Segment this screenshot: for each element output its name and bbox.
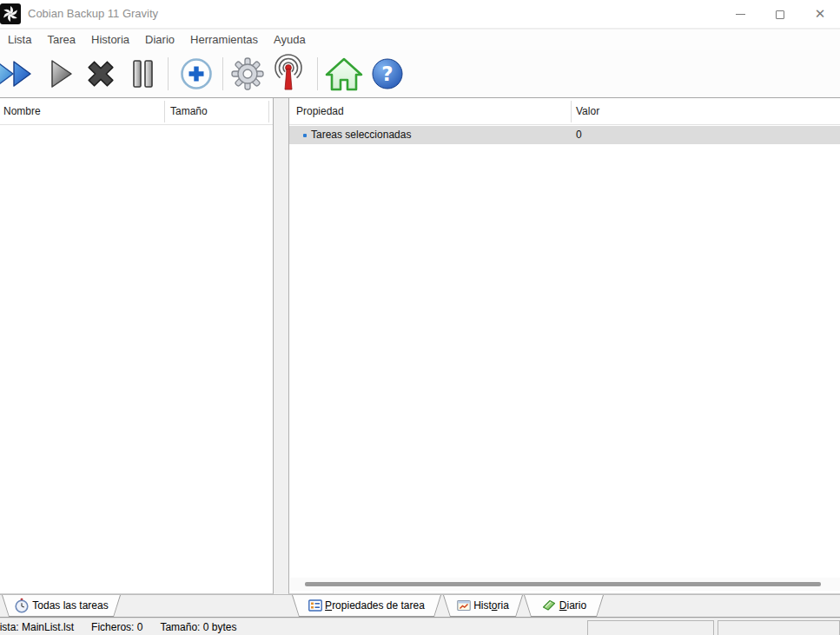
column-header-valor[interactable]: Valor [576, 98, 599, 125]
toolbar-separator [222, 57, 223, 90]
menu-tarea[interactable]: Tarea [39, 30, 83, 50]
help-icon: ? [367, 55, 407, 93]
menu-diario[interactable]: Diario [137, 30, 182, 50]
run-all-icon [0, 56, 35, 91]
horizontal-scrollbar[interactable] [290, 578, 840, 591]
status-panel [587, 620, 714, 635]
svg-text:?: ? [381, 63, 393, 85]
help-button[interactable]: ? [367, 50, 407, 97]
main-content: Nombre Tamaño Propiedad Valor Tareas sel… [0, 98, 840, 594]
remote-control-button[interactable] [266, 50, 311, 97]
bullet-icon [303, 134, 307, 137]
options-gear-icon [228, 55, 268, 93]
toolbar-separator [317, 57, 318, 90]
menu-lista[interactable]: Lista [0, 30, 39, 50]
remote-antenna-icon [266, 53, 311, 95]
history-icon [457, 599, 471, 612]
menu-herramientas[interactable]: Herramientas [182, 30, 266, 50]
scrollbar-thumb[interactable] [305, 582, 821, 586]
property-name: Tareas seleccionadas [311, 126, 411, 144]
task-list-panel: Nombre Tamaño [0, 98, 274, 594]
new-task-icon [176, 55, 216, 93]
tab-label: Diario [559, 599, 586, 612]
properties-icon [308, 599, 322, 612]
run-task-button[interactable] [42, 50, 78, 97]
toolbar: ? [0, 50, 840, 98]
task-list-header: Nombre Tamaño [0, 98, 273, 125]
toolbar-separator [168, 57, 169, 90]
options-button[interactable] [228, 50, 268, 97]
property-value: 0 [576, 126, 582, 144]
app-logo-icon [0, 3, 21, 24]
tab-todas-las-tareas[interactable]: Todas las tareas [2, 595, 121, 617]
tab-diario[interactable]: Diario [524, 595, 604, 617]
menu-bar: Lista Tarea Historia Diario Herramientas… [0, 30, 840, 50]
title-bar: Cobian Backup 11 Gravity ✕ [0, 0, 840, 29]
menu-ayuda[interactable]: Ayuda [266, 30, 314, 50]
minimize-icon [736, 14, 745, 15]
tab-historia[interactable]: Historia [443, 595, 523, 617]
column-header-nombre[interactable]: Nombre [3, 98, 41, 125]
property-row[interactable]: Tareas seleccionadas 0 [289, 126, 840, 144]
column-header-tamano[interactable]: Tamaño [170, 98, 208, 125]
column-header-propiedad[interactable]: Propiedad [296, 98, 344, 125]
column-separator[interactable] [571, 101, 572, 122]
tab-label: Propiedades de tarea [325, 599, 425, 612]
tab-label: Todas las tareas [32, 599, 108, 612]
run-all-tasks-button[interactable] [0, 50, 35, 97]
column-separator[interactable] [164, 101, 165, 122]
cancel-button[interactable] [82, 50, 120, 97]
close-icon: ✕ [815, 8, 826, 21]
clock-icon [14, 598, 30, 613]
app-window: Cobian Backup 11 Gravity ✕ Lista Tarea H… [0, 0, 840, 635]
cancel-icon [82, 56, 120, 91]
pause-button[interactable] [123, 50, 162, 97]
status-panel [718, 620, 840, 635]
status-list: Lista: MainList.lst [0, 621, 74, 633]
tab-label: Historia [473, 599, 509, 612]
column-separator[interactable] [268, 101, 269, 122]
minimize-button[interactable] [720, 0, 760, 29]
tab-propiedades-de-tarea[interactable]: Propiedades de tarea [292, 595, 441, 617]
home-icon [323, 55, 365, 93]
close-button[interactable]: ✕ [800, 0, 840, 29]
maximize-icon [776, 10, 784, 19]
maximize-button[interactable] [760, 0, 800, 29]
task-list-body[interactable] [0, 125, 273, 593]
properties-header: Propiedad Valor [289, 98, 840, 125]
home-button[interactable] [323, 50, 365, 97]
journal-icon [541, 599, 557, 612]
new-task-button[interactable] [176, 50, 216, 97]
status-bar: Lista: MainList.lst Ficheros: 0 Tamaño: … [0, 618, 840, 635]
status-files: Ficheros: 0 [91, 621, 142, 633]
menu-historia[interactable]: Historia [83, 30, 137, 50]
window-title: Cobian Backup 11 Gravity [28, 7, 158, 20]
properties-panel: Propiedad Valor Tareas seleccionadas 0 [288, 98, 840, 594]
status-size: Tamaño: 0 bytes [160, 621, 236, 633]
bottom-tab-band: Todas las tareas Propiedades de tarea [0, 594, 840, 618]
run-task-icon [42, 56, 78, 91]
pause-icon [123, 56, 162, 91]
